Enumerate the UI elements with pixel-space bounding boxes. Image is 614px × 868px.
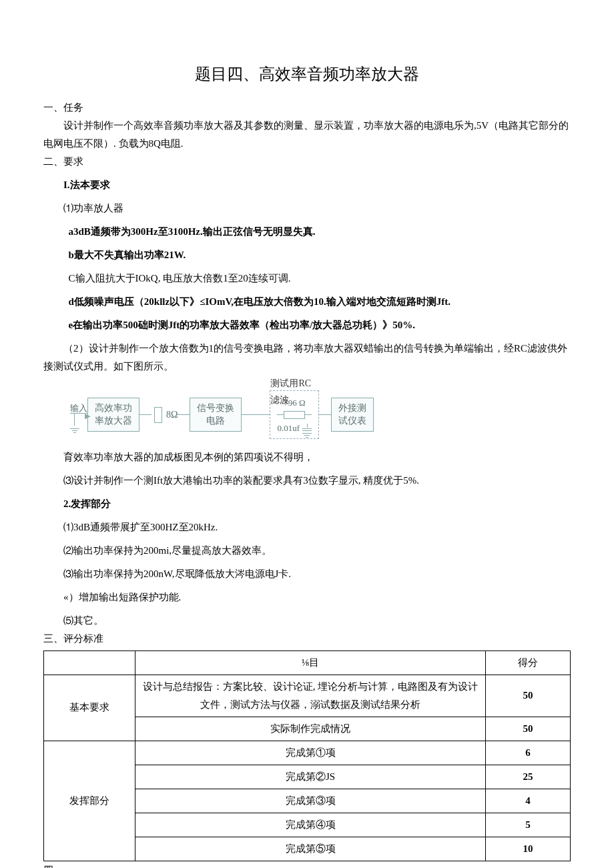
load-label: 8Ω — [166, 406, 178, 423]
basic-score-1: 50 — [486, 675, 571, 717]
req-2: （2）设计并制作一个放大倍数为1的信号变换电路，将功率放大器双蜡输出的信号转换为… — [43, 340, 571, 376]
load-resistor — [154, 407, 162, 423]
ext-item-1: 完成第①项 — [135, 741, 486, 765]
ext-5: ⑸其它。 — [43, 612, 571, 630]
ext-2: ⑵输出功率保持为200mi,尽量提高放大器效率。 — [43, 542, 571, 560]
ext-3: ⑶输出功率保持为200nW,尽珉降低放大涔电源电J卡. — [43, 565, 571, 583]
ext-item-2: 完成第②JS — [135, 765, 486, 789]
ext-score-2: 25 — [486, 765, 571, 789]
basic-item-2: 实际制作完成情况 — [135, 717, 486, 741]
meter-block: 外接测 试仪表 — [331, 398, 374, 432]
ext-score-4: 5 — [486, 813, 571, 837]
section-3-head: 三、评分标准 — [43, 630, 571, 648]
ext-score-5: 10 — [486, 837, 571, 861]
ext-score-3: 4 — [486, 789, 571, 813]
req-1d: d低频噪声电压（20kllz以下》≤IOmV,在电压放大倍数为10.输入端对地交… — [43, 293, 571, 311]
req-1a: a3dB通频带为300Hz至3100Hz.输出正弦信号无明显失真. — [43, 223, 571, 241]
req-1b: b最大不失真输出功率21W. — [43, 246, 571, 264]
ext-item-5: 完成第⑤项 — [135, 837, 486, 861]
amp-block: 高效率功 率放大器 — [87, 398, 139, 432]
basic-score-2: 50 — [486, 717, 571, 741]
score-table: ⅛目 得分 基本要求 设计与总结报告：方案比较、设计论证, 埋论分析与计算，电路… — [43, 650, 571, 861]
table-header-row: ⅛目 得分 — [44, 650, 571, 675]
table-row: 基本要求 设计与总结报告：方案比较、设计论证, 埋论分析与计算，电路图及有为设计… — [44, 675, 571, 717]
row-ext-label: 发挥部分 — [44, 741, 135, 861]
ext-head: 2.发挥部分 — [43, 495, 571, 513]
block-diagram: 输入 ▶ 高效率功 率放大器 8Ω 信号变换 电路 测试用RC滤波 796 Ω — [43, 390, 571, 439]
rc-filter-block: 测试用RC滤波 796 Ω 0.01uf — [270, 390, 319, 439]
ext-1: ⑴3dB通频带展扩至300HZ至20kHz. — [43, 518, 571, 536]
table-row: 发挥部分 完成第①项 6 — [44, 741, 571, 765]
rc-cap-label: 0.01uf — [278, 420, 300, 436]
diagram-note: 育效率功率放大器的加成板图见本例的第四项说不得明， — [43, 448, 571, 466]
section-2-head: 二、要求 — [43, 153, 571, 171]
basic-req-head: I.法本要求 — [43, 176, 571, 194]
req-1e: e在输出功率500础时测Jft的功率放大器效率（检出功率/放大器总功耗）》50%… — [43, 316, 571, 334]
converter-block: 信号变换 电路 — [190, 398, 242, 432]
basic-item-1: 设计与总结报告：方案比较、设计论证, 埋论分析与计算，电路图及有为设计文件，测试… — [135, 675, 486, 717]
col-score: 得分 — [486, 650, 571, 675]
page-title: 题目四、高效率音频功率放大器 — [43, 60, 571, 89]
req-3: ⑶设计并制作一个测Ift放大港输出功率的装配要求具有3位数字显示, 精度优于5%… — [43, 472, 571, 490]
row-basic-label: 基本要求 — [44, 675, 135, 741]
ext-score-1: 6 — [486, 741, 571, 765]
req-1c: C输入阻抗大于IOkQ, 电压放大倍数1至20连续可调. — [43, 270, 571, 288]
ext-item-3: 完成第③项 — [135, 789, 486, 813]
rc-title: 测试用RC滤波 — [270, 375, 318, 408]
ext-item-4: 完成第④项 — [135, 813, 486, 837]
section-4-head: 四、 — [43, 861, 571, 868]
task-text: 设计并制作一个高效率音频功率放大器及其参数的测量、显示装置，功率放大器的电源电乐… — [43, 117, 571, 153]
section-1-head: 一、任务 — [43, 99, 571, 117]
col-empty — [44, 650, 135, 675]
req-1: ⑴功率放人器 — [43, 199, 571, 218]
ext-4: «）增加输出短路保护功能. — [43, 588, 571, 606]
col-item: ⅛目 — [135, 650, 486, 675]
